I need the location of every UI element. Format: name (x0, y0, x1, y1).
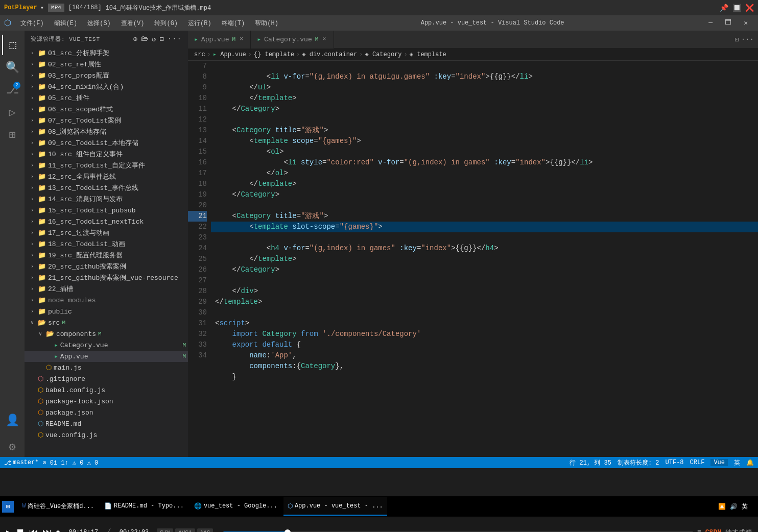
taskbar-item-chrome[interactable]: 🌐 vue_test - Google... (190, 497, 281, 516)
next-button[interactable]: ⏭ (42, 527, 52, 532)
activity-settings[interactable]: ⚙ (2, 437, 22, 457)
tree-item-category-vue[interactable]: ▸ Category.vue M (25, 340, 188, 351)
tree-item-package[interactable]: ⬡ package.json (25, 407, 188, 418)
tab-category-vue[interactable]: ▸ Category.vue M × (251, 31, 334, 49)
js-file-icon: ⬡ (38, 431, 43, 439)
new-folder-icon[interactable]: 🗁 (141, 35, 149, 43)
collapse-all-icon[interactable]: ⊟ (159, 35, 164, 43)
menu-select[interactable]: 选择(S) (83, 18, 115, 29)
prev-button[interactable]: ⏮ (29, 527, 38, 532)
tree-item-08[interactable]: › 📁 08_浏览器本地存储 (25, 126, 188, 137)
menu-terminal[interactable]: 终端(T) (218, 18, 249, 29)
tree-item-main-js[interactable]: ⬡ main.js (25, 362, 188, 373)
tree-item-vue-config[interactable]: ⬡ vue.config.js (25, 429, 188, 441)
more-actions-icon[interactable]: ··· (168, 35, 182, 43)
activity-account[interactable]: 👤 (2, 410, 22, 430)
menu-goto[interactable]: 转到(G) (150, 18, 182, 29)
breadcrumb-category[interactable]: ◈ Category (365, 51, 402, 58)
potplayer-close[interactable]: ❌ (745, 4, 754, 12)
tree-item-02[interactable]: › 📁 02_src_ref属性 (25, 59, 188, 70)
eject-button[interactable]: ⏏ (56, 527, 61, 533)
tree-item-15[interactable]: › 📁 15_src_TodoList_pubsub (25, 205, 188, 216)
tree-item-11[interactable]: › 📁 11_src_TodoList_自定义事件 (25, 160, 188, 171)
play-button[interactable]: ▶ (6, 527, 12, 533)
tree-item-public[interactable]: › 📁 public (25, 306, 188, 317)
tree-item-readme[interactable]: ⬡ README.md (25, 418, 188, 429)
breadcrumb-template[interactable]: ◈ template (410, 51, 446, 58)
taskbar-item-word[interactable]: W 尚硅谷_Vue全家桶d... (18, 497, 98, 516)
errors-status[interactable]: ⊘ 0i 1↑ (42, 459, 68, 467)
media-menu-icon[interactable]: ≡ (697, 528, 701, 532)
tree-item-components[interactable]: ∨ 📂 components M (25, 328, 188, 340)
potplayer-pin[interactable]: 📌 (720, 4, 728, 12)
cursor-position[interactable]: 行 21, 列 35 (570, 458, 611, 467)
activity-search[interactable]: 🔍 (2, 57, 22, 78)
tree-label: 03_src_props配置 (48, 71, 109, 80)
tree-item-09[interactable]: › 📁 09_src_TodoList_本地存储 (25, 137, 188, 149)
potplayer-dropdown-icon[interactable]: ▾ (40, 4, 44, 12)
win-minimize[interactable]: — (702, 19, 719, 27)
menu-edit[interactable]: 编辑(E) (50, 18, 82, 29)
more-actions-icon[interactable]: ··· (741, 35, 754, 44)
tree-item-gitignore[interactable]: ⬡ .gitignore (25, 373, 188, 384)
tab-app-vue[interactable]: ▸ App.vue M × (188, 31, 251, 49)
taskbar-start-button[interactable]: ⊞ (2, 501, 14, 513)
tab-close-icon[interactable]: × (321, 35, 327, 44)
menu-file[interactable]: 文件(F) (16, 18, 48, 29)
menu-view[interactable]: 查看(V) (117, 18, 149, 29)
refresh-icon[interactable]: ↺ (152, 35, 156, 43)
tab-close-icon[interactable]: × (239, 35, 244, 44)
breadcrumb-template-root[interactable]: {} template (254, 51, 294, 58)
tree-item-01[interactable]: › 📁 01_src_分析脚手架 (25, 47, 188, 59)
tree-item-03[interactable]: › 📁 03_src_props配置 (25, 70, 188, 81)
activity-extensions[interactable]: ⊞ (2, 125, 22, 145)
code-content[interactable]: <li v-for="(g,index) in atguigu.games" :… (211, 61, 758, 457)
ime-indicator[interactable]: 英 (734, 458, 740, 467)
tree-item-19[interactable]: › 📁 19_src_配置代理服务器 (25, 250, 188, 261)
line-ending[interactable]: CRLF (690, 459, 705, 466)
tree-item-10[interactable]: › 📁 10_src_组件自定义事件 (25, 149, 188, 160)
win-close[interactable]: ✕ (738, 19, 754, 27)
tree-item-package-lock[interactable]: ⬡ package-lock.json (25, 396, 188, 407)
tree-item-21[interactable]: › 📁 21_src_github搜索案例_vue-resource (25, 272, 188, 283)
potplayer-maximize[interactable]: 🔲 (732, 4, 741, 12)
tree-item-13[interactable]: › 📁 13_src_TodoList_事件总线 (25, 182, 188, 194)
tree-item-05[interactable]: › 📁 05_src_插件 (25, 92, 188, 104)
tree-item-src[interactable]: ∨ 📂 src M (25, 317, 188, 328)
taskbar-item-readme[interactable]: 📄 README.md - Typo... (100, 497, 188, 516)
tree-item-22[interactable]: › 📁 22_插槽 (25, 283, 188, 295)
warnings-status[interactable]: ⚠ 0 △ 0 (73, 459, 98, 467)
tree-item-06[interactable]: › 📁 06_src_scoped样式 (25, 104, 188, 115)
win-maximize[interactable]: 🗖 (719, 19, 738, 27)
code-editor[interactable]: 7 8 9 10 11 12 13 14 15 16 17 18 19 20 2… (188, 61, 758, 457)
menu-help[interactable]: 帮助(H) (251, 18, 282, 29)
tree-item-app-vue[interactable]: ▸ App.vue M (25, 351, 188, 362)
tab-size[interactable]: 制表符长度: 2 (618, 458, 659, 467)
language-mode[interactable]: Vue (710, 459, 728, 466)
tree-item-20[interactable]: › 📁 20_src_github搜索案例 (25, 261, 188, 272)
activity-source-control[interactable]: ⎇ 2 (2, 80, 22, 100)
new-file-icon[interactable]: ⊕ (133, 35, 137, 43)
menu-run[interactable]: 运行(R) (184, 18, 216, 29)
activity-run[interactable]: ▷ (2, 102, 22, 123)
tree-item-04[interactable]: › 📁 04_src_mixin混入(合) (25, 81, 188, 92)
breadcrumb-src[interactable]: src (194, 51, 205, 58)
encoding[interactable]: UTF-8 (666, 459, 684, 466)
tree-item-14[interactable]: › 📁 14_src_消息订阅与发布 (25, 194, 188, 205)
taskbar-volume-icon: 🔊 (730, 503, 738, 511)
notification-icon[interactable]: 🔔 (746, 459, 754, 467)
tree-item-07[interactable]: › 📁 07_src_TodoList案例 (25, 115, 188, 126)
breadcrumb-app-vue[interactable]: ▸ App.vue (213, 51, 246, 58)
tree-item-17[interactable]: › 📁 17_src_过渡与动画 (25, 227, 188, 238)
tree-item-12[interactable]: › 📁 12_src_全局事件总线 (25, 171, 188, 182)
taskbar-item-vscode[interactable]: ⬡ App.vue - vue_test - ... (283, 497, 387, 516)
git-branch-status[interactable]: ⎇ master* (4, 459, 38, 467)
tree-item-18[interactable]: › 📁 18_src_TodoList_动画 (25, 238, 188, 250)
activity-explorer[interactable]: ⬚ (2, 35, 22, 55)
tree-item-16[interactable]: › 📁 16_src_TodoList_nextTick (25, 216, 188, 227)
tree-item-node-modules[interactable]: › 📁 node_modules (25, 295, 188, 306)
stop-button[interactable]: ⏹ (16, 527, 25, 532)
tree-item-babel[interactable]: ⬡ babel.config.js (25, 384, 188, 396)
split-editor-icon[interactable]: ⊡ (735, 35, 739, 44)
breadcrumb-div-container[interactable]: ◈ div.container (302, 51, 357, 58)
